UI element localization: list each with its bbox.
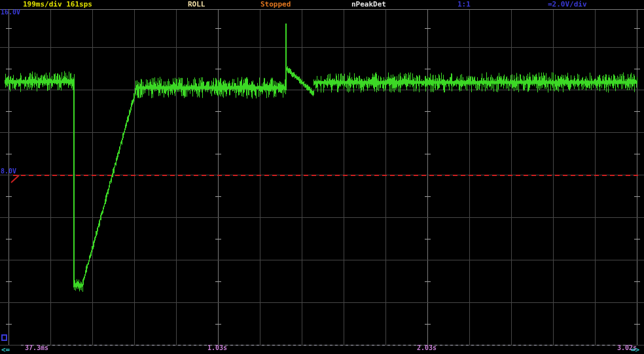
probe-ratio-control[interactable]: 1:1 [457,1,471,8]
graticule-waveform-canvas [0,0,644,354]
scroll-right-arrow-icon[interactable]: => [631,346,639,353]
y-axis-label-0v-clipped [1,334,7,341]
timebase-samplerate-control[interactable]: 199ms/div 161sps [23,1,92,8]
x-axis-tick-2: 1.03s [207,345,227,351]
sweep-mode-control[interactable]: ROLL [188,1,206,8]
x-axis-tick-3: 2.03s [417,345,437,351]
scroll-left-arrow-icon[interactable]: <= [1,346,10,353]
oscilloscope-screen: 199ms/div 161sps ROLL Stopped nPeakDet 1… [0,0,644,354]
y-axis-label-8v: 8.0V [1,168,16,175]
acquisition-mode-control[interactable]: nPeakDet [351,1,386,8]
y-axis-label-16v: 16.0V [1,9,20,16]
volts-per-div-control[interactable]: =2.0V/div [548,1,587,8]
run-stop-status[interactable]: Stopped [260,1,291,8]
x-axis-tick-1: 37.3ms [25,345,48,351]
